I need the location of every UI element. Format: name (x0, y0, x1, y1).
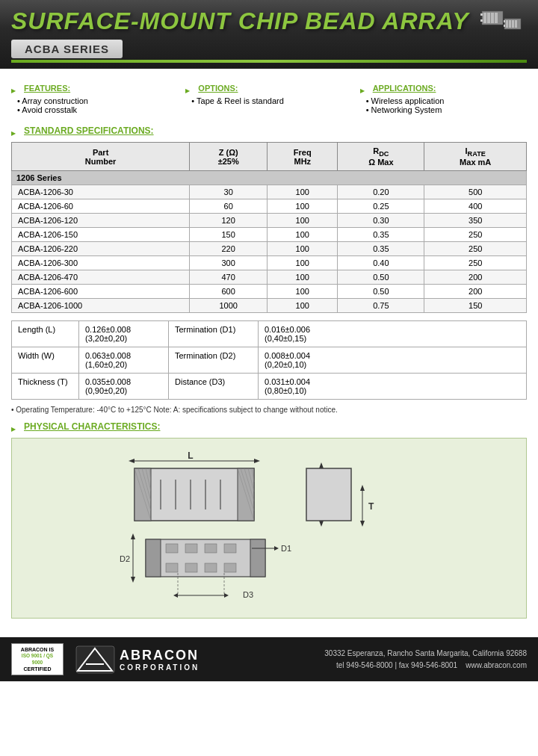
svg-text:L: L (188, 450, 193, 461)
dim-label: Length (L) (12, 321, 79, 347)
svg-rect-1 (483, 13, 486, 23)
table-cell: 150 (190, 228, 268, 242)
logo-name: ABRACON (120, 648, 200, 663)
col-header-z: Z (Ω)±25% (190, 143, 268, 171)
options-arrow-icon (185, 84, 194, 92)
table-cell: 400 (424, 199, 527, 214)
dim-label: Width (W) (12, 347, 79, 374)
svg-marker-34 (254, 459, 260, 463)
logo-sub: CORPORATION (120, 663, 200, 672)
svg-rect-46 (146, 539, 161, 577)
svg-rect-8 (512, 20, 514, 28)
table-cell: 300 (190, 256, 268, 270)
options-section: OPTIONS: Tape & Reel is standard (185, 84, 352, 114)
table-cell: 60 (190, 199, 268, 214)
svg-marker-43 (360, 521, 365, 527)
specs-title: STANDARD SPECIFICATIONS: (24, 126, 154, 136)
dim-row: Length (L)0.126±0.008 (3,20±0,20)Termina… (12, 321, 527, 347)
table-cell: 500 (424, 185, 527, 199)
table-cell: 470 (190, 270, 268, 285)
table-row: ACBA-1206-6006001000.50200 (12, 285, 527, 299)
svg-rect-49 (185, 544, 197, 553)
page-footer: ABRACON IS ISO 9001 / QS 9000 CERTIFIED … (0, 637, 538, 681)
operating-note: • Operating Temperature: -40°C to +125°C… (11, 406, 527, 414)
table-cell: 0.35 (338, 242, 424, 256)
svg-rect-6 (506, 20, 508, 28)
footer-phone: tel 949-546-8000 | fax 949-546-8001 www.… (324, 660, 527, 672)
title-text: SURFACE-MOUNT CHIP BEAD ARRAY (11, 7, 469, 34)
table-cell: ACBA-1206-600 (12, 285, 190, 299)
dim-term-label: Termination (D1) (169, 321, 259, 347)
footer-contact-info: 30332 Esperanza, Rancho Santa Margarita,… (324, 648, 527, 672)
dim-value: 0.035±0.008 (0,90±0,20) (79, 374, 169, 400)
info-row: FEATURES: Array construction Avoid cross… (11, 84, 527, 114)
svg-rect-7 (509, 20, 511, 28)
feature-item-1: Array construction (17, 96, 178, 105)
dim-term-value: 0.008±0.004 (0,20±0,10) (259, 347, 527, 374)
svg-text:D3: D3 (243, 590, 253, 599)
page-title: SURFACE-MOUNT CHIP BEAD ARRAY (11, 7, 527, 35)
svg-marker-33 (129, 459, 134, 463)
table-cell: ACBA-1206-150 (12, 228, 190, 242)
table-cell: ACBA-1206-120 (12, 214, 190, 228)
page-header: SURFACE-MOUNT CHIP BEAD ARRAY ACBA SERIE… (0, 0, 538, 69)
main-content: FEATURES: Array construction Avoid cross… (0, 69, 538, 637)
table-cell: 0.30 (338, 214, 424, 228)
features-section: FEATURES: Array construction Avoid cross… (11, 84, 178, 114)
application-item-1: Wireless application (366, 96, 527, 105)
svg-marker-60 (131, 533, 135, 539)
svg-rect-55 (224, 563, 236, 572)
dim-row: Width (W)0.063±0.008 (1,60±0,20)Terminat… (12, 347, 527, 374)
table-cell: 100 (268, 199, 338, 214)
table-cell: 250 (424, 256, 527, 270)
table-row: ACBA-1206-1501501000.35250 (12, 228, 527, 242)
svg-marker-37 (319, 462, 324, 468)
table-cell: ACBA-1206-300 (12, 256, 190, 270)
col-header-freq: FreqMHz (268, 143, 338, 171)
application-item-2: Networking System (366, 105, 527, 114)
table-cell: 0.50 (338, 285, 424, 299)
certification-badge: ABRACON IS ISO 9001 / QS 9000 CERTIFIED (11, 643, 64, 675)
svg-text:D2: D2 (120, 554, 130, 563)
table-cell: 0.20 (338, 185, 424, 199)
table-row: ACBA-1206-2202201000.35250 (12, 242, 527, 256)
series-label: ACBA SERIES (11, 40, 123, 58)
svg-rect-48 (166, 544, 178, 553)
options-title: OPTIONS: (198, 84, 238, 93)
diagram-svg: L W T (75, 450, 463, 607)
svg-rect-54 (205, 563, 217, 572)
table-cell: 100 (268, 256, 338, 270)
table-cell: 0.75 (338, 299, 424, 313)
table-cell: ACBA-1206-1000 (12, 299, 190, 313)
svg-rect-2 (487, 13, 490, 23)
specs-arrow-icon (11, 127, 20, 134)
dim-term-label: Distance (D3) (169, 374, 259, 400)
footer-address: 30332 Esperanza, Rancho Santa Margarita,… (324, 648, 527, 660)
svg-marker-38 (319, 521, 324, 527)
table-row: ACBA-1206-60601000.25400 (12, 199, 527, 214)
table-cell: 350 (424, 214, 527, 228)
table-cell: 150 (424, 299, 527, 313)
logo-symbol-svg (75, 645, 116, 675)
chip-image (460, 7, 527, 60)
dim-label: Thickness (T) (12, 374, 79, 400)
specifications-table: PartNumber Z (Ω)±25% FreqMHz RDCΩ Max IR… (11, 142, 527, 313)
table-cell: 120 (190, 214, 268, 228)
physical-title: PHYSICAL CHARACTERISTICS: (24, 421, 160, 432)
table-cell: 100 (268, 299, 338, 313)
applications-section: APPLICATIONS: Wireless application Netwo… (360, 84, 527, 114)
svg-rect-9 (515, 20, 517, 28)
svg-rect-14 (134, 468, 254, 521)
table-cell: ACBA-1206-30 (12, 185, 190, 199)
table-cell: 100 (268, 214, 338, 228)
applications-list: Wireless application Networking System (360, 96, 527, 114)
applications-arrow-icon (360, 84, 369, 92)
table-cell: 100 (268, 270, 338, 285)
svg-rect-13 (504, 25, 505, 27)
features-title: FEATURES: (24, 84, 70, 93)
svg-rect-69 (76, 646, 114, 673)
svg-text:D1: D1 (281, 544, 291, 553)
chip-svg (460, 7, 527, 56)
table-cell: ACBA-1206-470 (12, 270, 190, 285)
feature-item-2: Avoid crosstalk (17, 105, 178, 114)
